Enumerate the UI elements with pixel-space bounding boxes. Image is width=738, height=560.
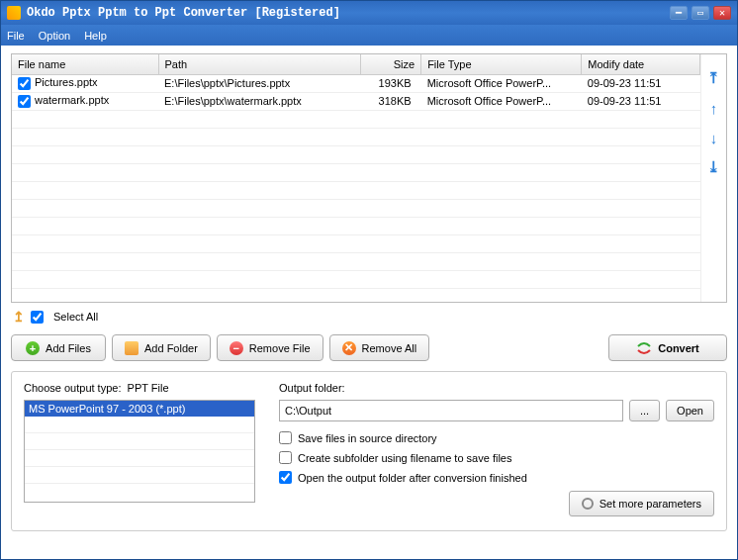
- subfolder-checkbox[interactable]: [279, 451, 292, 464]
- output-type-col: Choose output type: PPT File MS PowerPoi…: [24, 382, 255, 516]
- move-top-button[interactable]: ⤒: [706, 70, 722, 86]
- col-header-size[interactable]: Size: [361, 54, 421, 74]
- body-area: File name Path Size File Type Modify dat…: [1, 46, 737, 539]
- remove-all-button[interactable]: ✕ Remove All: [329, 334, 430, 361]
- add-files-button[interactable]: + Add Files: [11, 334, 106, 361]
- output-folder-label: Output folder:: [279, 382, 714, 394]
- plus-icon: +: [26, 341, 40, 355]
- open-folder-button[interactable]: Open: [666, 400, 714, 421]
- table-row: [12, 252, 700, 270]
- table-row: [12, 145, 700, 163]
- table-row: [12, 163, 700, 181]
- close-button[interactable]: ✕: [713, 6, 731, 20]
- remove-file-button[interactable]: − Remove File: [217, 334, 323, 361]
- file-table-wrap: File name Path Size File Type Modify dat…: [12, 54, 700, 302]
- menu-file[interactable]: File: [7, 30, 25, 42]
- toolbar-row: + Add Files Add Folder − Remove File ✕ R…: [11, 330, 727, 371]
- option-subfolder: Create subfolder using filename to save …: [279, 451, 714, 464]
- row-checkbox[interactable]: [18, 95, 31, 108]
- window-title: Okdo Pptx Pptm to Ppt Converter [Registe…: [27, 6, 340, 20]
- save-source-checkbox[interactable]: [279, 431, 292, 444]
- select-all-label: Select All: [53, 311, 98, 323]
- gear-icon: [582, 498, 594, 510]
- file-table: File name Path Size File Type Modify dat…: [12, 54, 700, 289]
- output-type-selected[interactable]: MS PowerPoint 97 - 2003 (*.ppt): [25, 401, 254, 417]
- open-after-checkbox[interactable]: [279, 471, 292, 484]
- table-row: [12, 234, 700, 252]
- table-row[interactable]: Pictures.pptxE:\Files\pptx\Pictures.pptx…: [12, 74, 700, 92]
- add-folder-button[interactable]: Add Folder: [112, 334, 211, 361]
- set-more-parameters-button[interactable]: Set more parameters: [569, 491, 714, 516]
- table-row: [12, 199, 700, 217]
- table-row: [12, 181, 700, 199]
- maximize-button[interactable]: ▭: [692, 6, 709, 20]
- col-header-name[interactable]: File name: [12, 54, 158, 74]
- col-header-date[interactable]: Modify date: [582, 54, 700, 74]
- app-window: Okdo Pptx Pptm to Ppt Converter [Registe…: [0, 0, 738, 560]
- menu-option[interactable]: Option: [39, 30, 70, 42]
- table-row: [12, 128, 700, 145]
- titlebar: Okdo Pptx Pptm to Ppt Converter [Registe…: [1, 1, 737, 25]
- app-icon: [7, 6, 21, 20]
- move-up-button[interactable]: ↑: [706, 100, 722, 116]
- output-folder-input[interactable]: [279, 400, 623, 421]
- convert-button[interactable]: Convert: [608, 334, 727, 361]
- table-row: [12, 270, 700, 288]
- reorder-buttons: ⤒ ↑ ↓ ⤓: [700, 54, 726, 302]
- convert-icon: [636, 341, 652, 355]
- move-bottom-button[interactable]: ⤓: [706, 159, 722, 175]
- col-header-type[interactable]: File Type: [421, 54, 582, 74]
- output-folder-col: Output folder: ... Open Save files in so…: [279, 382, 714, 516]
- option-open-after: Open the output folder after conversion …: [279, 471, 714, 484]
- up-folder-icon[interactable]: ↥: [13, 309, 25, 325]
- output-folder-row: ... Open: [279, 400, 714, 421]
- output-type-label: Choose output type: PPT File: [24, 382, 255, 394]
- minus-icon: −: [230, 341, 243, 355]
- file-list-panel: File name Path Size File Type Modify dat…: [11, 53, 727, 303]
- table-row: [12, 110, 700, 128]
- table-row: [12, 217, 700, 234]
- col-header-path[interactable]: Path: [158, 54, 361, 74]
- menu-help[interactable]: Help: [84, 30, 107, 42]
- table-row[interactable]: watermark.pptxE:\Files\pptx\watermark.pp…: [12, 92, 700, 110]
- menubar: File Option Help: [1, 25, 737, 46]
- select-all-checkbox[interactable]: [31, 311, 44, 324]
- output-settings-group: Choose output type: PPT File MS PowerPoi…: [11, 371, 727, 531]
- move-down-button[interactable]: ↓: [706, 130, 722, 145]
- folder-icon: [125, 341, 138, 355]
- row-checkbox[interactable]: [18, 77, 31, 90]
- output-type-list[interactable]: MS PowerPoint 97 - 2003 (*.ppt): [24, 400, 255, 503]
- option-save-source: Save files in source directory: [279, 431, 714, 444]
- remove-all-icon: ✕: [342, 341, 356, 355]
- minimize-button[interactable]: ━: [670, 6, 688, 20]
- select-all-row: ↥ Select All: [11, 303, 727, 330]
- browse-button[interactable]: ...: [629, 400, 660, 421]
